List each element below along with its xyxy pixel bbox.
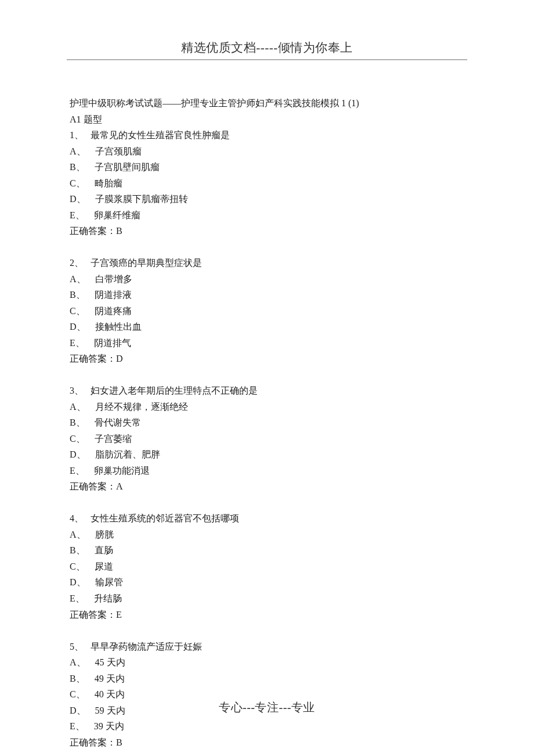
- opt-label: B、: [70, 290, 85, 300]
- opt-label: A、: [70, 274, 86, 284]
- q-text: 妇女进入老年期后的生理特点不正确的是: [91, 386, 258, 395]
- opt-label: A、: [70, 146, 86, 156]
- opt-label: A、: [70, 657, 86, 667]
- opt-label: D、: [70, 194, 86, 204]
- option: E、 39 天内: [70, 718, 464, 735]
- opt-text: 接触性出血: [95, 322, 142, 332]
- option: E、 阴道排气: [70, 335, 464, 351]
- answer: 正确答案：B: [70, 223, 464, 239]
- q-num: 5、: [70, 642, 84, 651]
- option: C、 阴道疼痛: [70, 303, 464, 319]
- opt-label: D、: [70, 449, 86, 459]
- question-stem: 5、 早早孕药物流产适应于妊娠: [70, 639, 464, 655]
- opt-label: E、: [70, 721, 85, 731]
- opt-text: 阴道排气: [94, 338, 131, 348]
- answer: 正确答案：E: [70, 607, 464, 623]
- option: D、 子膜浆膜下肌瘤蒂扭转: [70, 191, 464, 207]
- q-num: 1、: [70, 130, 84, 140]
- opt-text: 子宫肌壁间肌瘤: [95, 162, 160, 172]
- option: A、 月经不规律，逐渐绝经: [70, 399, 464, 415]
- option: B、 子宫肌壁间肌瘤: [70, 159, 464, 175]
- page-header: 精选优质文档-----倾情为你奉上: [0, 0, 534, 56]
- blank-line: [70, 622, 464, 639]
- option: E、 卵巢纤维瘤: [70, 207, 464, 224]
- opt-text: 39 天内: [94, 721, 124, 731]
- blank-line: [70, 239, 464, 255]
- blank-line: [70, 495, 464, 511]
- document-content: 护理中级职称考试试题——护理专业主管护师妇产科实践技能模拟 1 (1) A1 题…: [0, 60, 534, 750]
- opt-text: 升结肠: [94, 593, 122, 603]
- opt-text: 卵巢功能消退: [94, 466, 150, 476]
- opt-text: 膀胱: [95, 530, 114, 539]
- option: C、 子宫萎缩: [70, 431, 464, 447]
- option: D、 脂肪沉着、肥胖: [70, 447, 464, 463]
- answer: 正确答案：B: [70, 735, 464, 751]
- q-num: 3、: [70, 386, 84, 395]
- opt-text: 骨代谢失常: [95, 417, 141, 427]
- option: A、 子宫颈肌瘤: [70, 143, 464, 160]
- opt-label: B、: [70, 162, 85, 172]
- opt-label: C、: [70, 306, 85, 316]
- opt-label: B、: [70, 417, 85, 427]
- opt-text: 直肠: [95, 545, 113, 555]
- opt-label: C、: [70, 434, 85, 444]
- opt-text: 脂肪沉着、肥胖: [95, 449, 160, 459]
- section-type: A1 题型: [70, 111, 464, 128]
- opt-text: 40 天内: [95, 689, 125, 699]
- blank-line: [70, 367, 464, 383]
- opt-label: D、: [70, 322, 86, 332]
- q-text: 女性生殖系统的邻近器官不包括哪项: [91, 513, 239, 523]
- opt-label: C、: [70, 689, 85, 699]
- option: E、 升结肠: [70, 591, 464, 607]
- opt-text: 卵巢纤维瘤: [94, 210, 140, 220]
- option: B、 49 天内: [70, 671, 464, 687]
- opt-label: A、: [70, 530, 86, 539]
- opt-text: 畸胎瘤: [95, 178, 122, 188]
- opt-label: C、: [70, 178, 85, 188]
- q-text: 最常见的女性生殖器官良性肿瘤是: [91, 130, 230, 140]
- option: B、 阴道排液: [70, 287, 464, 303]
- option: B、 直肠: [70, 542, 464, 559]
- question-stem: 4、 女性生殖系统的邻近器官不包括哪项: [70, 510, 464, 527]
- opt-label: B、: [70, 545, 85, 555]
- opt-text: 白带增多: [95, 274, 132, 284]
- opt-text: 阴道疼痛: [95, 306, 132, 316]
- opt-label: E、: [70, 338, 85, 348]
- option: A、 膀胱: [70, 527, 464, 543]
- opt-text: 月经不规律，逐渐绝经: [95, 402, 188, 412]
- q-text: 子宫颈癌的早期典型症状是: [91, 258, 202, 268]
- opt-label: E、: [70, 593, 85, 603]
- opt-label: A、: [70, 402, 86, 412]
- opt-text: 阴道排液: [95, 290, 132, 300]
- option: B、 骨代谢失常: [70, 415, 464, 431]
- option: D、 接触性出血: [70, 319, 464, 335]
- opt-text: 输尿管: [95, 577, 123, 587]
- opt-label: E、: [70, 466, 85, 476]
- answer: 正确答案：D: [70, 351, 464, 367]
- option: D、 输尿管: [70, 574, 464, 591]
- page-footer: 专心---专注---专业: [0, 700, 534, 715]
- q-num: 2、: [70, 258, 84, 268]
- q-num: 4、: [70, 513, 84, 523]
- opt-text: 子宫颈肌瘤: [95, 146, 142, 156]
- question-stem: 2、 子宫颈癌的早期典型症状是: [70, 255, 464, 271]
- opt-text: 子膜浆膜下肌瘤蒂扭转: [95, 194, 188, 204]
- question-stem: 3、 妇女进入老年期后的生理特点不正确的是: [70, 383, 464, 399]
- opt-text: 尿道: [95, 561, 113, 571]
- answer: 正确答案：A: [70, 478, 464, 495]
- option: A、 45 天内: [70, 654, 464, 671]
- option: C、 尿道: [70, 559, 464, 575]
- opt-text: 49 天内: [95, 674, 125, 683]
- option: C、 畸胎瘤: [70, 175, 464, 192]
- option: A、 白带增多: [70, 271, 464, 287]
- opt-label: E、: [70, 210, 85, 220]
- opt-label: D、: [70, 577, 86, 587]
- question-stem: 1、 最常见的女性生殖器官良性肿瘤是: [70, 127, 464, 143]
- option: E、 卵巢功能消退: [70, 463, 464, 479]
- q-text: 早早孕药物流产适应于妊娠: [91, 642, 202, 651]
- opt-text: 45 天内: [95, 657, 125, 667]
- opt-label: C、: [70, 561, 85, 571]
- opt-label: B、: [70, 674, 85, 683]
- intro-line: 护理中级职称考试试题——护理专业主管护师妇产科实践技能模拟 1 (1): [70, 95, 464, 111]
- opt-text: 子宫萎缩: [95, 434, 132, 444]
